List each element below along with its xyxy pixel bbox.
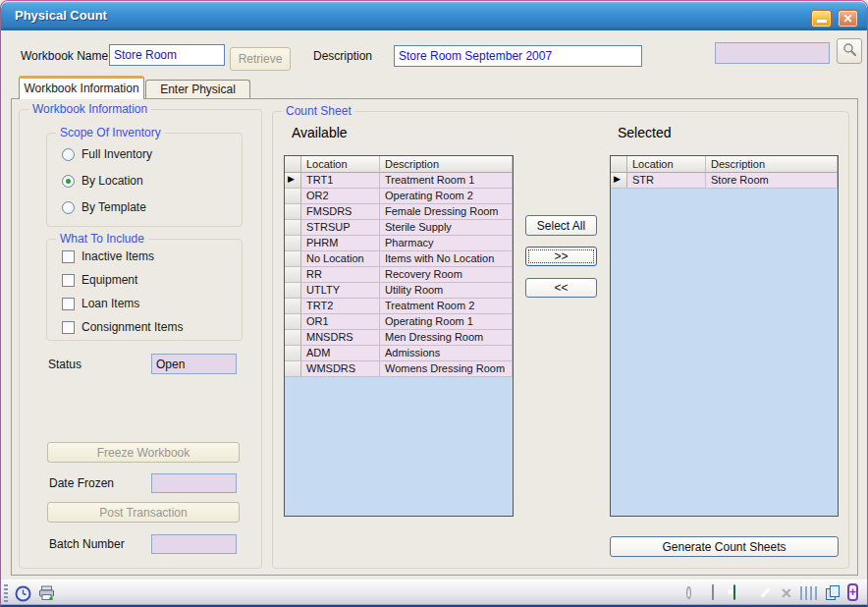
- table-row[interactable]: RR Recovery Room: [285, 267, 513, 283]
- clock-icon[interactable]: [15, 585, 31, 602]
- row-selector[interactable]: [285, 361, 301, 376]
- post-transaction-button[interactable]: Post Transaction: [47, 502, 240, 523]
- cell-description[interactable]: Recovery Room: [380, 267, 513, 282]
- cell-location[interactable]: STRSUP: [301, 220, 380, 235]
- cell-description[interactable]: Utility Room: [380, 283, 513, 298]
- table-row[interactable]: TRT2 Treatment Room 2: [285, 299, 513, 314]
- cell-description[interactable]: Womens Dressing Room: [380, 361, 513, 376]
- row-selector[interactable]: [285, 330, 301, 345]
- print-icon[interactable]: [38, 585, 55, 602]
- cell-location[interactable]: STR: [627, 173, 706, 188]
- table-row[interactable]: ▶ TRT1 Treatment Room 1: [285, 173, 513, 189]
- table-row[interactable]: No Location Items with No Location: [285, 251, 513, 267]
- search-button[interactable]: [837, 38, 862, 64]
- workbook-name-input[interactable]: [109, 44, 225, 66]
- cell-location[interactable]: ADM: [301, 346, 380, 360]
- table-row[interactable]: WMSDRS Womens Dressing Room: [285, 361, 513, 377]
- column-header-description[interactable]: Description: [380, 156, 513, 172]
- table-row[interactable]: OR2 Operating Room 2: [285, 189, 513, 204]
- cell-location[interactable]: MNSDRS: [301, 330, 380, 345]
- cell-location[interactable]: TRT1: [301, 173, 380, 188]
- info-icon[interactable]: i: [686, 585, 703, 602]
- cell-location[interactable]: OR2: [301, 189, 380, 203]
- table-row[interactable]: OR1 Operating Room 1: [285, 314, 513, 330]
- table-row[interactable]: ▶ STR Store Room: [611, 173, 838, 189]
- move-left-button[interactable]: <<: [525, 278, 597, 298]
- cell-description[interactable]: Men Dressing Room: [380, 330, 513, 345]
- batch-number-label: Batch Number: [49, 537, 125, 551]
- cell-location[interactable]: OR1: [301, 314, 380, 329]
- row-selector[interactable]: [285, 267, 301, 282]
- checkbox-loan-items[interactable]: Loan Items: [62, 297, 139, 310]
- delete-icon[interactable]: ✕: [781, 585, 797, 602]
- cell-description[interactable]: Treatment Room 1: [380, 173, 513, 188]
- table-row[interactable]: PHRM Pharmacy: [285, 236, 513, 251]
- row-selector[interactable]: [285, 346, 301, 360]
- cell-location[interactable]: RR: [301, 267, 380, 282]
- radio-by-location[interactable]: By Location: [62, 174, 143, 188]
- row-selector[interactable]: [285, 189, 301, 203]
- select-all-button[interactable]: Select All: [525, 215, 597, 236]
- copy-icon[interactable]: [826, 585, 842, 602]
- cell-description[interactable]: Admissions: [380, 346, 513, 360]
- column-header-description[interactable]: Description: [706, 156, 838, 172]
- cell-location[interactable]: UTLTY: [301, 283, 380, 298]
- cell-description[interactable]: Store Room: [706, 173, 838, 188]
- cell-description[interactable]: Pharmacy: [380, 236, 513, 250]
- row-selector[interactable]: [285, 204, 301, 219]
- radio-full-inventory[interactable]: Full Inventory: [62, 147, 152, 161]
- toolbar-grip[interactable]: [4, 584, 8, 602]
- save-icon[interactable]: [733, 585, 750, 602]
- description-input[interactable]: [394, 45, 642, 67]
- row-selector[interactable]: ▶: [285, 173, 301, 188]
- close-button[interactable]: ✕: [838, 10, 858, 28]
- search-input[interactable]: [715, 42, 830, 64]
- tab-enter-physical-counts[interactable]: Enter Physical Counts: [145, 80, 250, 99]
- table-row[interactable]: MNSDRS Men Dressing Room: [285, 330, 513, 346]
- available-grid[interactable]: Location Description ▶ TRT1 Treatment Ro…: [284, 155, 514, 517]
- move-right-button[interactable]: >>: [525, 247, 597, 266]
- cell-location[interactable]: PHRM: [301, 236, 380, 250]
- row-selector[interactable]: [285, 220, 301, 235]
- retrieve-button[interactable]: Retrieve: [230, 47, 291, 71]
- cell-description[interactable]: Female Dressing Room: [380, 204, 513, 219]
- column-header-location[interactable]: Location: [301, 156, 380, 172]
- tab-workbook-information[interactable]: Workbook Information: [19, 76, 144, 99]
- column-header-location[interactable]: Location: [627, 156, 706, 172]
- row-selector[interactable]: [285, 314, 301, 329]
- block-icon[interactable]: [758, 585, 775, 602]
- table-row[interactable]: STRSUP Sterile Supply: [285, 220, 513, 236]
- row-selector[interactable]: [285, 283, 301, 298]
- cell-description[interactable]: Operating Room 1: [380, 314, 513, 329]
- freeze-workbook-button[interactable]: Freeze Workbook: [47, 442, 240, 463]
- radio-by-template[interactable]: By Template: [62, 200, 146, 214]
- row-selector[interactable]: [285, 236, 301, 250]
- cell-description[interactable]: Treatment Room 2: [380, 299, 513, 313]
- table-row[interactable]: ADM Admissions: [285, 346, 513, 361]
- row-selector[interactable]: [285, 251, 301, 266]
- current-row-icon: ▶: [288, 174, 295, 184]
- cell-location[interactable]: FMSDRS: [301, 204, 380, 219]
- row-selector[interactable]: ▶: [611, 173, 627, 188]
- checkbox-consignment-items[interactable]: Consignment Items: [62, 320, 183, 334]
- document-icon[interactable]: [710, 585, 727, 602]
- title-bar[interactable]: Physical Count ✕: [1, 1, 867, 30]
- checkbox-inactive-items[interactable]: Inactive Items: [62, 249, 154, 263]
- cell-location[interactable]: No Location: [301, 251, 380, 266]
- count-sheet-group-label: Count Sheet: [282, 104, 355, 118]
- date-frozen-field: [151, 473, 237, 493]
- table-row[interactable]: UTLTY Utility Room: [285, 283, 513, 299]
- checkbox-equipment[interactable]: Equipment: [62, 273, 137, 287]
- cell-description[interactable]: Sterile Supply: [380, 220, 513, 235]
- minimize-button[interactable]: [811, 10, 832, 28]
- cell-description[interactable]: Operating Room 2: [380, 189, 513, 203]
- table-row[interactable]: FMSDRS Female Dressing Room: [285, 204, 513, 220]
- add-icon[interactable]: +: [847, 585, 864, 602]
- cell-location[interactable]: TRT2: [301, 299, 380, 313]
- selected-grid[interactable]: Location Description ▶ STR Store Room: [610, 155, 839, 517]
- row-selector[interactable]: [285, 299, 301, 313]
- cell-location[interactable]: WMSDRS: [301, 361, 380, 376]
- cell-description[interactable]: Items with No Location: [380, 251, 513, 266]
- generate-count-sheets-button[interactable]: Generate Count Sheets: [610, 536, 839, 557]
- close-icon: ✕: [842, 12, 852, 26]
